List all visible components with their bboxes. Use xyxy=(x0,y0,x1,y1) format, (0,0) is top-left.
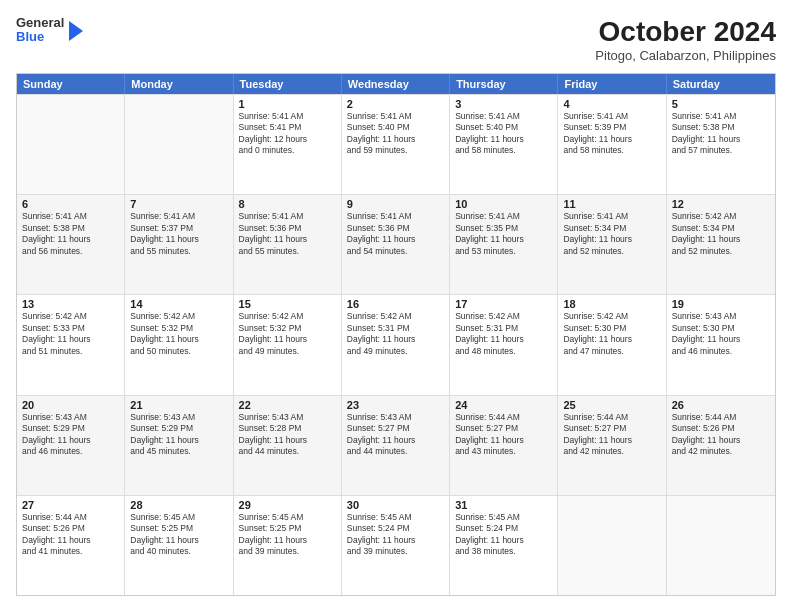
week-row: 6Sunrise: 5:41 AM Sunset: 5:38 PM Daylig… xyxy=(17,194,775,294)
day-cell: 24Sunrise: 5:44 AM Sunset: 5:27 PM Dayli… xyxy=(450,396,558,495)
day-info: Sunrise: 5:41 AM Sunset: 5:41 PM Dayligh… xyxy=(239,111,336,157)
day-cell xyxy=(667,496,775,595)
day-number: 4 xyxy=(563,98,660,110)
day-header: Sunday xyxy=(17,74,125,94)
day-info: Sunrise: 5:43 AM Sunset: 5:30 PM Dayligh… xyxy=(672,311,770,357)
day-info: Sunrise: 5:45 AM Sunset: 5:25 PM Dayligh… xyxy=(130,512,227,558)
day-cell: 11Sunrise: 5:41 AM Sunset: 5:34 PM Dayli… xyxy=(558,195,666,294)
day-info: Sunrise: 5:41 AM Sunset: 5:36 PM Dayligh… xyxy=(239,211,336,257)
day-cell: 17Sunrise: 5:42 AM Sunset: 5:31 PM Dayli… xyxy=(450,295,558,394)
day-info: Sunrise: 5:43 AM Sunset: 5:29 PM Dayligh… xyxy=(130,412,227,458)
calendar: SundayMondayTuesdayWednesdayThursdayFrid… xyxy=(16,73,776,596)
day-number: 26 xyxy=(672,399,770,411)
day-info: Sunrise: 5:44 AM Sunset: 5:26 PM Dayligh… xyxy=(672,412,770,458)
day-number: 16 xyxy=(347,298,444,310)
day-info: Sunrise: 5:41 AM Sunset: 5:34 PM Dayligh… xyxy=(563,211,660,257)
day-cell: 23Sunrise: 5:43 AM Sunset: 5:27 PM Dayli… xyxy=(342,396,450,495)
day-info: Sunrise: 5:42 AM Sunset: 5:31 PM Dayligh… xyxy=(347,311,444,357)
day-number: 28 xyxy=(130,499,227,511)
day-cell: 18Sunrise: 5:42 AM Sunset: 5:30 PM Dayli… xyxy=(558,295,666,394)
week-row: 20Sunrise: 5:43 AM Sunset: 5:29 PM Dayli… xyxy=(17,395,775,495)
day-number: 22 xyxy=(239,399,336,411)
subtitle: Pitogo, Calabarzon, Philippines xyxy=(595,48,776,63)
day-number: 14 xyxy=(130,298,227,310)
day-cell: 25Sunrise: 5:44 AM Sunset: 5:27 PM Dayli… xyxy=(558,396,666,495)
day-cell: 29Sunrise: 5:45 AM Sunset: 5:25 PM Dayli… xyxy=(234,496,342,595)
day-info: Sunrise: 5:42 AM Sunset: 5:32 PM Dayligh… xyxy=(239,311,336,357)
day-info: Sunrise: 5:41 AM Sunset: 5:38 PM Dayligh… xyxy=(22,211,119,257)
day-number: 31 xyxy=(455,499,552,511)
day-info: Sunrise: 5:41 AM Sunset: 5:40 PM Dayligh… xyxy=(455,111,552,157)
day-info: Sunrise: 5:41 AM Sunset: 5:35 PM Dayligh… xyxy=(455,211,552,257)
week-row: 1Sunrise: 5:41 AM Sunset: 5:41 PM Daylig… xyxy=(17,94,775,194)
day-info: Sunrise: 5:45 AM Sunset: 5:24 PM Dayligh… xyxy=(347,512,444,558)
day-info: Sunrise: 5:43 AM Sunset: 5:28 PM Dayligh… xyxy=(239,412,336,458)
day-cell: 15Sunrise: 5:42 AM Sunset: 5:32 PM Dayli… xyxy=(234,295,342,394)
day-cell: 27Sunrise: 5:44 AM Sunset: 5:26 PM Dayli… xyxy=(17,496,125,595)
day-number: 11 xyxy=(563,198,660,210)
day-number: 8 xyxy=(239,198,336,210)
day-info: Sunrise: 5:42 AM Sunset: 5:30 PM Dayligh… xyxy=(563,311,660,357)
day-header: Friday xyxy=(558,74,666,94)
day-cell: 13Sunrise: 5:42 AM Sunset: 5:33 PM Dayli… xyxy=(17,295,125,394)
day-number: 29 xyxy=(239,499,336,511)
day-cell: 8Sunrise: 5:41 AM Sunset: 5:36 PM Daylig… xyxy=(234,195,342,294)
day-cell: 30Sunrise: 5:45 AM Sunset: 5:24 PM Dayli… xyxy=(342,496,450,595)
day-number: 18 xyxy=(563,298,660,310)
day-header: Saturday xyxy=(667,74,775,94)
logo-general: General xyxy=(16,16,64,30)
day-info: Sunrise: 5:41 AM Sunset: 5:38 PM Dayligh… xyxy=(672,111,770,157)
day-info: Sunrise: 5:41 AM Sunset: 5:40 PM Dayligh… xyxy=(347,111,444,157)
day-number: 10 xyxy=(455,198,552,210)
day-cell: 22Sunrise: 5:43 AM Sunset: 5:28 PM Dayli… xyxy=(234,396,342,495)
day-cell xyxy=(17,95,125,194)
day-info: Sunrise: 5:42 AM Sunset: 5:32 PM Dayligh… xyxy=(130,311,227,357)
day-number: 3 xyxy=(455,98,552,110)
day-info: Sunrise: 5:42 AM Sunset: 5:34 PM Dayligh… xyxy=(672,211,770,257)
day-cell: 4Sunrise: 5:41 AM Sunset: 5:39 PM Daylig… xyxy=(558,95,666,194)
day-cell: 2Sunrise: 5:41 AM Sunset: 5:40 PM Daylig… xyxy=(342,95,450,194)
day-info: Sunrise: 5:41 AM Sunset: 5:37 PM Dayligh… xyxy=(130,211,227,257)
day-cell: 21Sunrise: 5:43 AM Sunset: 5:29 PM Dayli… xyxy=(125,396,233,495)
day-number: 27 xyxy=(22,499,119,511)
logo-text: General Blue xyxy=(16,16,64,45)
day-number: 23 xyxy=(347,399,444,411)
day-info: Sunrise: 5:43 AM Sunset: 5:29 PM Dayligh… xyxy=(22,412,119,458)
day-info: Sunrise: 5:44 AM Sunset: 5:26 PM Dayligh… xyxy=(22,512,119,558)
day-number: 6 xyxy=(22,198,119,210)
day-number: 9 xyxy=(347,198,444,210)
day-cell: 12Sunrise: 5:42 AM Sunset: 5:34 PM Dayli… xyxy=(667,195,775,294)
page-header: General Blue October 2024 Pitogo, Calaba… xyxy=(16,16,776,63)
day-number: 21 xyxy=(130,399,227,411)
day-cell: 7Sunrise: 5:41 AM Sunset: 5:37 PM Daylig… xyxy=(125,195,233,294)
day-header: Tuesday xyxy=(234,74,342,94)
day-cell: 9Sunrise: 5:41 AM Sunset: 5:36 PM Daylig… xyxy=(342,195,450,294)
day-info: Sunrise: 5:41 AM Sunset: 5:36 PM Dayligh… xyxy=(347,211,444,257)
week-row: 13Sunrise: 5:42 AM Sunset: 5:33 PM Dayli… xyxy=(17,294,775,394)
day-number: 1 xyxy=(239,98,336,110)
day-number: 12 xyxy=(672,198,770,210)
day-cell: 14Sunrise: 5:42 AM Sunset: 5:32 PM Dayli… xyxy=(125,295,233,394)
day-cell: 6Sunrise: 5:41 AM Sunset: 5:38 PM Daylig… xyxy=(17,195,125,294)
day-info: Sunrise: 5:45 AM Sunset: 5:25 PM Dayligh… xyxy=(239,512,336,558)
week-row: 27Sunrise: 5:44 AM Sunset: 5:26 PM Dayli… xyxy=(17,495,775,595)
day-cell: 10Sunrise: 5:41 AM Sunset: 5:35 PM Dayli… xyxy=(450,195,558,294)
logo-blue: Blue xyxy=(16,30,64,44)
main-title: October 2024 xyxy=(595,16,776,48)
day-number: 24 xyxy=(455,399,552,411)
day-info: Sunrise: 5:43 AM Sunset: 5:27 PM Dayligh… xyxy=(347,412,444,458)
logo: General Blue xyxy=(16,16,83,45)
day-cell: 26Sunrise: 5:44 AM Sunset: 5:26 PM Dayli… xyxy=(667,396,775,495)
day-info: Sunrise: 5:42 AM Sunset: 5:31 PM Dayligh… xyxy=(455,311,552,357)
day-number: 30 xyxy=(347,499,444,511)
day-number: 5 xyxy=(672,98,770,110)
day-header: Thursday xyxy=(450,74,558,94)
day-number: 19 xyxy=(672,298,770,310)
day-cell: 3Sunrise: 5:41 AM Sunset: 5:40 PM Daylig… xyxy=(450,95,558,194)
day-cell: 5Sunrise: 5:41 AM Sunset: 5:38 PM Daylig… xyxy=(667,95,775,194)
day-cell xyxy=(558,496,666,595)
day-number: 13 xyxy=(22,298,119,310)
day-cell xyxy=(125,95,233,194)
title-section: October 2024 Pitogo, Calabarzon, Philipp… xyxy=(595,16,776,63)
day-info: Sunrise: 5:44 AM Sunset: 5:27 PM Dayligh… xyxy=(455,412,552,458)
